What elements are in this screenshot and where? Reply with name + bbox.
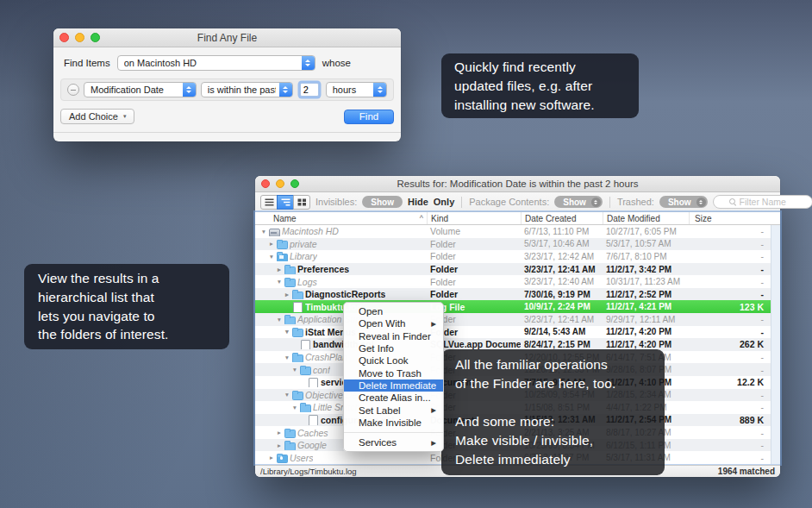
scrollbar[interactable] [771, 225, 780, 464]
table-row[interactable]: ▾iStat MenusFolder9/2/14, 5:43 AM11/2/17… [255, 326, 780, 339]
name-cell: ▸private [255, 239, 427, 249]
package-contents-popup[interactable]: Show [554, 196, 603, 208]
table-row[interactable]: ▸privateFolder5/3/17, 10:46 AM5/3/17, 10… [255, 238, 780, 251]
column-header-date-modified[interactable]: Date Modified [603, 212, 689, 224]
invisibles-hide-button[interactable]: Hide [408, 197, 428, 207]
size-cell: - [689, 277, 771, 287]
value-field[interactable] [300, 83, 319, 97]
grid-view-button[interactable] [293, 195, 310, 210]
zoom-button[interactable] [290, 179, 299, 188]
file-name: private [290, 239, 317, 249]
titlebar[interactable]: Find Any File [53, 28, 401, 47]
minimize-button[interactable] [276, 179, 284, 188]
date-created-cell: 10/9/17, 2:24 PM [521, 302, 603, 311]
list-view-button[interactable] [260, 195, 278, 210]
kind-cell: Folder [427, 277, 521, 287]
disclosure-triangle-icon[interactable]: ▸ [283, 291, 291, 298]
date-created-cell: 3/23/17, 12:42 AM [521, 252, 603, 261]
disclosure-triangle-icon[interactable]: ▾ [290, 366, 299, 373]
table-row[interactable]: ▾LibraryFolder3/23/17, 12:42 AM7/6/17, 8… [255, 250, 780, 263]
menu-item-label: Make Invisible [359, 417, 436, 428]
disclosure-triangle-icon[interactable]: ▾ [283, 391, 291, 398]
menu-item-quick-look[interactable]: Quick Look [344, 354, 443, 367]
size-cell: - [689, 327, 771, 337]
file-name: CrashPlan [305, 352, 347, 362]
date-modified-cell: 11/2/17, 4:21 PM [603, 302, 689, 311]
titlebar[interactable]: Results for: Modification Date is within… [255, 176, 780, 192]
disclosure-triangle-icon[interactable]: ▾ [275, 316, 284, 323]
menu-item-label: Create Alias in... [359, 392, 436, 403]
hierarchy-view-button[interactable] [277, 195, 294, 210]
close-button[interactable] [261, 179, 270, 188]
invisibles-only-button[interactable]: Only [434, 197, 454, 207]
column-header-name[interactable]: Name ^ [255, 212, 427, 224]
operator-popup[interactable]: is within the past [201, 82, 293, 97]
column-header-kind[interactable]: Kind [427, 212, 521, 224]
divider [53, 132, 401, 133]
table-row[interactable]: ▾Application SupportFolder3/23/17, 12:41… [255, 313, 780, 326]
scope-popup[interactable]: on Macintosh HD [117, 55, 315, 71]
close-button[interactable] [59, 33, 69, 42]
desktop: Quickly find recentlyupdated files, e.g.… [0, 0, 812, 508]
column-header-size[interactable]: Size [689, 212, 771, 224]
disclosure-triangle-icon[interactable]: ▸ [275, 442, 284, 449]
date-modified-cell: 11/2/17, 4:20 PM [603, 340, 689, 349]
file-name: conf [313, 365, 330, 375]
name-cell: ▾Library [255, 251, 427, 261]
disclosure-triangle-icon[interactable]: ▸ [275, 266, 284, 273]
zoom-button[interactable] [91, 33, 100, 42]
kind-cell: Folder [427, 239, 521, 249]
add-choice-button[interactable]: Add Choice▾ [60, 109, 134, 124]
filter-field[interactable] [713, 195, 812, 209]
folder-icon [299, 403, 310, 412]
unit-popup[interactable]: hours [326, 82, 387, 97]
menu-item-open[interactable]: Open [344, 305, 443, 317]
filter-input[interactable] [740, 197, 796, 207]
menu-item-set-label[interactable]: Set Label▶ [344, 404, 443, 416]
column-header-date-created[interactable]: Date Created [521, 212, 603, 224]
attribute-popup[interactable]: Modification Date [84, 82, 197, 97]
disclosure-triangle-icon[interactable]: ▾ [283, 328, 291, 336]
disclosure-triangle-icon[interactable]: ▾ [275, 278, 284, 285]
disclosure-triangle-icon[interactable]: ▾ [259, 228, 268, 235]
table-row[interactable]: ▾LogsFolder3/23/17, 12:40 AM10/31/17, 11… [255, 275, 780, 288]
folder-icon [291, 327, 303, 336]
disclosure-triangle-icon[interactable]: ▾ [267, 253, 276, 260]
selected-file-path: /Library/Logs/Timbuktu.log [260, 467, 357, 476]
table-row[interactable]: ▸PreferencesFolder3/23/17, 12:41 AM11/2/… [255, 263, 780, 276]
disclosure-triangle-icon[interactable]: ▸ [275, 429, 284, 436]
table-row[interactable]: ▸DiagnosticReportsFolder7/30/16, 9:19 PM… [255, 288, 780, 301]
file-icon [307, 378, 318, 387]
menu-item-delete-immediately[interactable]: Delete Immediately [344, 379, 443, 392]
menu-item-get-info[interactable]: Get Info [344, 342, 443, 354]
name-cell: ▸DiagnosticReports [255, 289, 427, 299]
disclosure-triangle-icon[interactable]: ▾ [283, 354, 291, 361]
menu-item-services[interactable]: Services▶ [344, 436, 443, 448]
popup-chevrons-icon [183, 83, 196, 97]
menu-item-open-with[interactable]: Open With▶ [344, 317, 443, 329]
disclosure-triangle-icon[interactable]: ▸ [267, 240, 276, 248]
date-modified-cell: 11/2/17, 3:42 PM [603, 265, 689, 274]
file-name: Preferences [297, 264, 349, 274]
menu-item-label: Quick Look [359, 355, 436, 366]
table-row[interactable]: Timbuktu.logLog File10/9/17, 2:24 PM11/2… [255, 300, 780, 313]
trashed-popup[interactable]: Show [659, 196, 708, 208]
date-created-cell: 6/7/13, 11:10 PM [521, 227, 603, 236]
size-cell: - [689, 440, 771, 450]
menu-item-create-alias-in[interactable]: Create Alias in... [344, 392, 443, 404]
disclosure-triangle-icon[interactable]: ▸ [267, 454, 276, 461]
popup-chevrons-icon [279, 83, 292, 97]
search-icon [729, 198, 737, 206]
grid-view-icon [297, 198, 307, 206]
minimize-button[interactable] [75, 33, 84, 42]
menu-item-make-invisible[interactable]: Make Invisible [344, 417, 443, 429]
find-button[interactable]: Find [344, 110, 394, 124]
disclosure-triangle-icon[interactable]: ▾ [290, 404, 299, 411]
menu-item-move-to-trash[interactable]: Move to Trash [344, 367, 443, 379]
table-row[interactable]: ▾Macintosh HDVolume6/7/13, 11:10 PM10/27… [255, 225, 780, 238]
list-view-icon [265, 198, 274, 206]
size-cell: - [689, 365, 771, 375]
menu-item-reveal-in-finder[interactable]: Reveal in Finder [344, 330, 443, 342]
invisibles-show-button[interactable]: Show [362, 196, 403, 208]
remove-criterion-button[interactable] [67, 84, 79, 96]
